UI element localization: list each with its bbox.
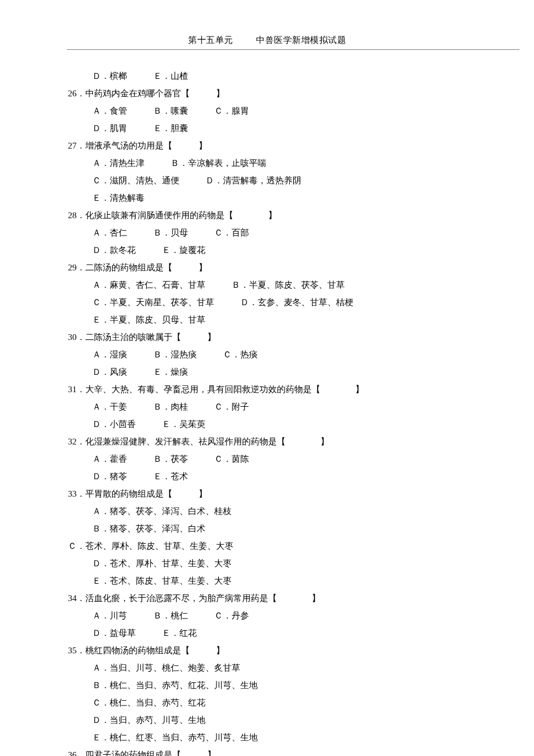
q27-stem: 27．增液承气汤的功用是【 】 <box>68 137 467 154</box>
q35-stem: 35．桃红四物汤的药物组成是【 】 <box>68 642 467 659</box>
q29-stem: 29．二陈汤的药物组成是【 】 <box>68 259 467 276</box>
q33-opt-d: Ｄ．苍术、厚朴、甘草、生姜、大枣 <box>92 555 467 572</box>
q27-opt-e: Ｅ．清热解毒 <box>92 189 467 207</box>
q35-opt-d: Ｄ．当归、赤芍、川芎、生地 <box>92 711 467 729</box>
q35-opt-a: Ａ．当归、川芎、桃仁、炮姜、炙甘草 <box>92 659 467 677</box>
q30-stem: 30．二陈汤主治的咳嗽属于【 】 <box>68 328 467 346</box>
q30-opts-abc: Ａ．湿痰 Ｂ．湿热痰 Ｃ．热痰 <box>92 346 467 363</box>
header-title: 中兽医学新增模拟试题 <box>256 35 346 45</box>
q30-opts-de: Ｄ．风痰 Ｅ．燥痰 <box>92 363 467 381</box>
q31-stem: 31．大辛、大热、有毒、孕畜忌用，具有回阳救逆功效的药物是【 】 <box>68 381 467 398</box>
q32-opts-de: Ｄ．猪苓 Ｅ．苍术 <box>92 468 467 485</box>
q33-opt-a: Ａ．猪苓、茯苓、泽泻、白术、桂枝 <box>92 502 467 520</box>
q27-opt-ab: Ａ．清热生津 Ｂ．辛凉解表，止咳平喘 <box>92 154 467 172</box>
q34-opts-abc: Ａ．川芎 Ｂ．桃仁 Ｃ．丹参 <box>92 607 467 624</box>
q34-stem: 34．活血化瘀，长于治恶露不尽，为胎产病常用药是【 】 <box>68 589 467 607</box>
q26-opts-de: Ｄ．肌胃 Ｅ．胆囊 <box>92 120 467 137</box>
q25-opts-de: Ｄ．槟榔 Ｅ．山楂 <box>92 67 467 85</box>
q31-opts-de: Ｄ．小茴香 Ｅ．吴茱萸 <box>92 415 467 433</box>
q31-opts-abc: Ａ．干姜 Ｂ．肉桂 Ｃ．附子 <box>92 398 467 415</box>
page-header: 第十五单元 中兽医学新增模拟试题 <box>67 35 467 46</box>
q33-stem: 33．平胃散的药物组成是【 】 <box>68 485 467 502</box>
header-unit: 第十五单元 <box>188 35 233 45</box>
header-sep <box>236 35 254 45</box>
q32-opts-abc: Ａ．藿香 Ｂ．茯苓 Ｃ．茵陈 <box>92 450 467 468</box>
exam-content: Ｄ．槟榔 Ｅ．山楂 26．中药鸡内金在鸡哪个器官【 】 Ａ．食管 Ｂ．嗉囊 Ｃ．… <box>67 67 467 756</box>
header-rule <box>67 49 519 50</box>
q35-opt-b: Ｂ．桃仁、当归、赤芍、红花、川芎、生地 <box>92 677 467 694</box>
q29-opt-e: Ｅ．半夏、陈皮、贝母、甘草 <box>92 311 467 328</box>
q33-opt-b: Ｂ．猪苓、茯苓、泽泻、白术 <box>92 520 467 537</box>
q36-stem: 36．四君子汤的药物组成是【 】 <box>68 746 467 756</box>
q26-stem: 26．中药鸡内金在鸡哪个器官【 】 <box>68 85 467 102</box>
q26-opts-abc: Ａ．食管 Ｂ．嗉囊 Ｃ．腺胃 <box>92 102 467 120</box>
q34-opts-de: Ｄ．益母草 Ｅ．红花 <box>92 624 467 642</box>
q35-opt-e: Ｅ．桃仁、红枣、当归、赤芍、川芎、生地 <box>92 729 467 746</box>
q28-opts-de: Ｄ．款冬花 Ｅ．旋覆花 <box>92 241 467 259</box>
q33-opt-c: Ｃ．苍术、厚朴、陈皮、甘草、生姜、大枣 <box>68 537 467 555</box>
q27-opt-cd: Ｃ．滋阴、清热、通便 Ｄ．清营解毒，透热养阴 <box>92 172 467 189</box>
q33-opt-e: Ｅ．苍术、陈皮、甘草、生姜、大枣 <box>92 572 467 589</box>
q32-stem: 32．化湿兼燥湿健脾、发汗解表、祛风湿作用的药物是【 】 <box>68 433 467 450</box>
q29-opt-ab: Ａ．麻黄、杏仁、石膏、甘草 Ｂ．半夏、陈皮、茯苓、甘草 <box>92 276 467 294</box>
q29-opt-cd: Ｃ．半夏、天南星、茯苓、甘草 Ｄ．玄参、麦冬、甘草、桔梗 <box>92 294 467 311</box>
q28-stem: 28．化痰止咳兼有润肠通便作用的药物是【 】 <box>68 207 467 224</box>
q28-opts-abc: Ａ．杏仁 Ｂ．贝母 Ｃ．百部 <box>92 224 467 241</box>
q35-opt-c: Ｃ．桃仁、当归、赤芍、红花 <box>92 694 467 711</box>
